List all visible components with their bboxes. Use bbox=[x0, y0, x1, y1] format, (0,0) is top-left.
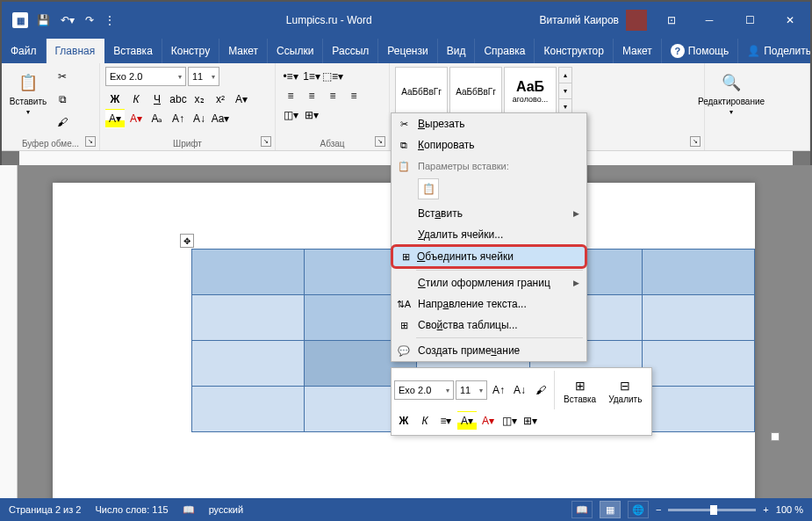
mini-insert-button[interactable]: ⊞Вставка bbox=[558, 375, 601, 406]
paragraph-dialog-launcher[interactable]: ↘ bbox=[375, 136, 385, 147]
cut-button[interactable]: ✂ bbox=[53, 67, 72, 86]
table-cell[interactable] bbox=[192, 295, 305, 341]
mini-shading[interactable]: ◫▾ bbox=[499, 411, 519, 431]
zoom-thumb[interactable] bbox=[710, 505, 717, 515]
mini-grow-font[interactable]: A↑ bbox=[489, 380, 508, 400]
ctx-text-direction[interactable]: ⇅AНаправление текста... bbox=[392, 293, 586, 315]
editing-button[interactable]: 🔍 Редактирование ▾ bbox=[710, 67, 752, 119]
align-center-button[interactable]: ≡ bbox=[302, 86, 321, 105]
superscript-button[interactable]: x² bbox=[211, 90, 230, 109]
mini-font-combo[interactable]: Exo 2.0▾ bbox=[394, 380, 454, 400]
underline-button[interactable]: Ч bbox=[147, 90, 167, 109]
tab-insert[interactable]: Вставка bbox=[104, 39, 162, 63]
vertical-ruler[interactable] bbox=[0, 165, 18, 498]
ctx-cut[interactable]: ✂Вырезать bbox=[392, 113, 586, 134]
mini-bold[interactable]: Ж bbox=[394, 411, 413, 431]
minimize-button[interactable]: ─ bbox=[689, 2, 729, 39]
highlight-button[interactable]: A▾ bbox=[105, 109, 125, 128]
scroll-up-icon[interactable]: ▴ bbox=[559, 68, 571, 83]
font-name-combo[interactable]: Exo 2.0▾ bbox=[105, 67, 186, 86]
font-dialog-launcher[interactable]: ↘ bbox=[261, 136, 271, 147]
view-read-mode[interactable]: 📖 bbox=[571, 501, 593, 518]
mini-delete-button[interactable]: ⊟Удалить bbox=[603, 375, 647, 406]
close-button[interactable]: ✕ bbox=[770, 2, 810, 39]
view-web-layout[interactable]: 🌐 bbox=[628, 501, 649, 518]
copy-button[interactable]: ⧉ bbox=[53, 90, 72, 109]
table-cell[interactable] bbox=[192, 387, 305, 432]
user-account[interactable]: Виталий Каиров bbox=[532, 10, 654, 31]
tab-view[interactable]: Вид bbox=[438, 39, 476, 63]
zoom-slider[interactable] bbox=[668, 509, 756, 511]
styles-scroll[interactable]: ▴▾▾ bbox=[558, 67, 572, 116]
mini-highlight[interactable]: A▾ bbox=[457, 411, 477, 431]
table-move-handle[interactable]: ✥ bbox=[180, 234, 194, 248]
align-right-button[interactable]: ≡ bbox=[323, 86, 342, 105]
paste-button[interactable]: 📋 Вставить ▾ bbox=[7, 67, 49, 119]
font-size-combo[interactable]: 11▾ bbox=[188, 67, 219, 86]
tab-tell-me[interactable]: ?Помощь bbox=[662, 39, 738, 63]
shrink-font-button[interactable]: A↓ bbox=[190, 109, 209, 128]
table-cell[interactable] bbox=[192, 341, 305, 387]
style-normal[interactable]: АаБбВвГг bbox=[395, 67, 448, 116]
bullets-button[interactable]: •≡▾ bbox=[281, 67, 300, 86]
subscript-button[interactable]: x₂ bbox=[190, 90, 209, 109]
style-nospace[interactable]: АаБбВвГг bbox=[449, 67, 502, 116]
mini-align[interactable]: ≡▾ bbox=[436, 411, 456, 431]
table-cell[interactable] bbox=[642, 341, 754, 387]
mini-borders[interactable]: ⊞▾ bbox=[521, 411, 540, 431]
mini-format-painter[interactable]: 🖌 bbox=[531, 380, 550, 400]
tab-help[interactable]: Справка bbox=[475, 39, 535, 63]
tab-layout[interactable]: Макет bbox=[219, 39, 268, 63]
status-language[interactable]: русский bbox=[209, 504, 243, 515]
style-heading1[interactable]: АаБ аголово... bbox=[504, 67, 557, 116]
table-cell[interactable] bbox=[192, 250, 305, 295]
shading-button[interactable]: ◫▾ bbox=[281, 105, 300, 125]
ctx-new-comment[interactable]: 💬Создать примечание bbox=[392, 340, 586, 361]
format-painter-button[interactable]: 🖌 bbox=[53, 112, 72, 132]
styles-dialog-launcher[interactable]: ↘ bbox=[690, 136, 701, 147]
qat-redo-icon[interactable]: ↷ bbox=[85, 14, 94, 26]
borders-button[interactable]: ⊞▾ bbox=[302, 105, 321, 125]
tab-share[interactable]: 👤 Поделиться bbox=[738, 39, 812, 63]
view-print-layout[interactable]: ▦ bbox=[600, 501, 621, 518]
ctx-delete-cells[interactable]: Удалить ячейки... bbox=[392, 224, 586, 245]
ctx-table-properties[interactable]: ⊞Свойства таблицы... bbox=[392, 315, 586, 336]
paste-option-keep[interactable]: 📋 bbox=[418, 178, 439, 199]
maximize-button[interactable]: ☐ bbox=[729, 2, 770, 39]
status-proofing-icon[interactable]: 📖 bbox=[183, 504, 195, 516]
italic-button[interactable]: К bbox=[126, 90, 146, 109]
text-effects-button[interactable]: A▾ bbox=[232, 90, 251, 109]
tab-design[interactable]: Констру bbox=[162, 39, 219, 63]
status-word-count[interactable]: Число слов: 115 bbox=[95, 504, 168, 515]
ctx-paste[interactable]: Вставить▶ bbox=[392, 203, 586, 224]
mini-italic[interactable]: К bbox=[415, 411, 435, 431]
change-case-button[interactable]: Aa▾ bbox=[211, 109, 230, 128]
zoom-out-button[interactable]: − bbox=[656, 504, 661, 515]
numbering-button[interactable]: 1≡▾ bbox=[302, 67, 321, 86]
zoom-level[interactable]: 100 % bbox=[776, 504, 803, 515]
multilevel-button[interactable]: ⬚≡▾ bbox=[323, 67, 342, 86]
clipboard-dialog-launcher[interactable]: ↘ bbox=[85, 136, 96, 147]
mini-font-color[interactable]: A▾ bbox=[478, 411, 498, 431]
clear-format-button[interactable]: Aₐ bbox=[147, 109, 167, 128]
bold-button[interactable]: Ж bbox=[105, 90, 125, 109]
align-left-button[interactable]: ≡ bbox=[281, 86, 300, 105]
tab-table-design[interactable]: Конструктор bbox=[535, 39, 613, 63]
tab-review[interactable]: Рецензи bbox=[378, 39, 437, 63]
status-page[interactable]: Страница 2 из 2 bbox=[9, 504, 81, 515]
qat-save-icon[interactable]: 💾 bbox=[37, 14, 50, 26]
app-menu-icon[interactable]: ▦ bbox=[12, 12, 28, 28]
tab-references[interactable]: Ссылки bbox=[268, 39, 323, 63]
tab-table-layout[interactable]: Макет bbox=[614, 39, 662, 63]
zoom-in-button[interactable]: + bbox=[763, 504, 768, 515]
table-cell[interactable] bbox=[642, 250, 754, 295]
ctx-merge-cells[interactable]: ⊞Объединить ячейки bbox=[391, 244, 587, 269]
strikethrough-button[interactable]: abc bbox=[169, 90, 188, 109]
ctx-border-styles[interactable]: Стили оформления границ▶ bbox=[392, 272, 586, 293]
grow-font-button[interactable]: A↑ bbox=[169, 109, 188, 128]
tab-file[interactable]: Файл bbox=[2, 39, 47, 63]
align-justify-button[interactable]: ≡ bbox=[344, 86, 363, 105]
mini-shrink-font[interactable]: A↓ bbox=[510, 380, 529, 400]
ctx-copy[interactable]: ⧉Копировать bbox=[392, 134, 586, 156]
tab-mailings[interactable]: Рассыл bbox=[323, 39, 378, 63]
